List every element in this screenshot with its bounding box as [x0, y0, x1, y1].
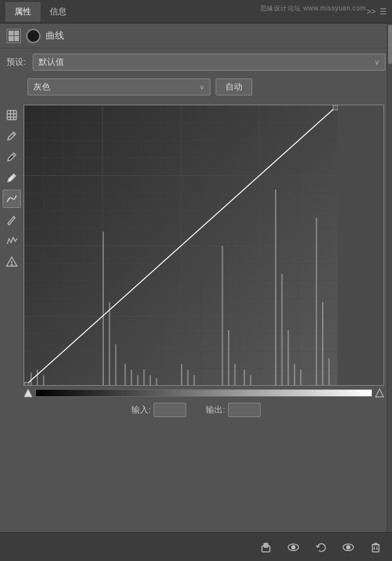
- white-point-btn[interactable]: [3, 169, 21, 187]
- svg-point-11: [11, 264, 12, 265]
- left-toolbar: [0, 101, 24, 398]
- panel-title: 曲线: [46, 30, 64, 42]
- main-area: [0, 101, 392, 398]
- curves-wrapper: [24, 101, 388, 398]
- top-bar-icons: >> ☰: [367, 7, 387, 16]
- input-label: 输入:: [131, 404, 151, 416]
- output-field: 输出:: [206, 403, 261, 417]
- preset-chevron: ∨: [374, 58, 380, 67]
- circle-icon: [26, 29, 41, 43]
- watermark: 思緣设计论坛 www.missyuan.com: [260, 4, 366, 13]
- preset-dropdown[interactable]: 默认值 ∨: [33, 54, 385, 71]
- clipping-warning-btn[interactable]: [3, 252, 21, 271]
- panel-header: 曲线: [0, 24, 392, 48]
- svg-point-17: [292, 545, 295, 549]
- tab-properties[interactable]: 属性: [5, 2, 41, 22]
- preset-value: 默认值: [39, 56, 64, 68]
- hamburger-icon[interactable]: ☰: [380, 7, 387, 16]
- scrollbar[interactable]: [387, 24, 392, 532]
- auto-button[interactable]: 自动: [216, 78, 252, 95]
- svg-rect-15: [264, 543, 268, 547]
- sample-eyedropper-btn[interactable]: [3, 127, 21, 145]
- delete-btn[interactable]: [366, 537, 385, 557]
- svg-point-19: [347, 545, 350, 549]
- io-row: 输入: 输出:: [0, 398, 392, 422]
- channel-chevron: ∨: [199, 83, 204, 92]
- svg-marker-13: [376, 389, 384, 397]
- channel-dropdown[interactable]: 灰色 ∨: [27, 78, 210, 95]
- layer-visibility-btn[interactable]: [338, 537, 358, 557]
- curves-canvas: [24, 105, 338, 386]
- bottom-toolbar: [0, 532, 392, 561]
- reset-btn[interactable]: [311, 537, 331, 557]
- svg-rect-0: [7, 110, 16, 120]
- svg-rect-20: [372, 545, 379, 552]
- black-triangle-input[interactable]: [24, 388, 33, 398]
- input-value[interactable]: [154, 403, 186, 417]
- preset-row: 预设: 默认值 ∨: [0, 48, 392, 76]
- svg-line-8: [14, 216, 15, 218]
- scrollbar-thumb[interactable]: [388, 25, 392, 64]
- smooth-tool-btn[interactable]: [3, 231, 21, 250]
- clip-to-layer-btn[interactable]: [256, 537, 276, 557]
- pencil-tool-btn[interactable]: [3, 211, 21, 229]
- top-bar: 属性 信息 思緣设计论坛 www.missyuan.com >> ☰: [0, 0, 392, 24]
- channel-value: 灰色: [33, 81, 50, 93]
- point-tool-btn[interactable]: [3, 106, 21, 124]
- panel-menu-icon[interactable]: >>: [367, 7, 376, 16]
- input-field: 输入:: [131, 403, 186, 417]
- preset-label: 预设:: [7, 56, 26, 68]
- channel-row: 灰色 ∨ 自动: [0, 76, 392, 101]
- output-value[interactable]: [228, 403, 261, 417]
- input-gradient-bar: [35, 389, 372, 397]
- adjustments-icon: [7, 29, 21, 43]
- curves-chart[interactable]: [24, 105, 384, 386]
- visibility-toggle-btn[interactable]: [284, 537, 303, 557]
- output-label: 输出:: [206, 404, 225, 416]
- curve-tool-btn[interactable]: [3, 190, 21, 208]
- input-gradient-row: [24, 386, 384, 398]
- svg-line-5: [12, 133, 14, 135]
- black-point-btn[interactable]: [3, 148, 21, 166]
- white-triangle-input[interactable]: [375, 388, 384, 398]
- svg-marker-12: [24, 389, 32, 397]
- tab-info[interactable]: 信息: [41, 2, 76, 22]
